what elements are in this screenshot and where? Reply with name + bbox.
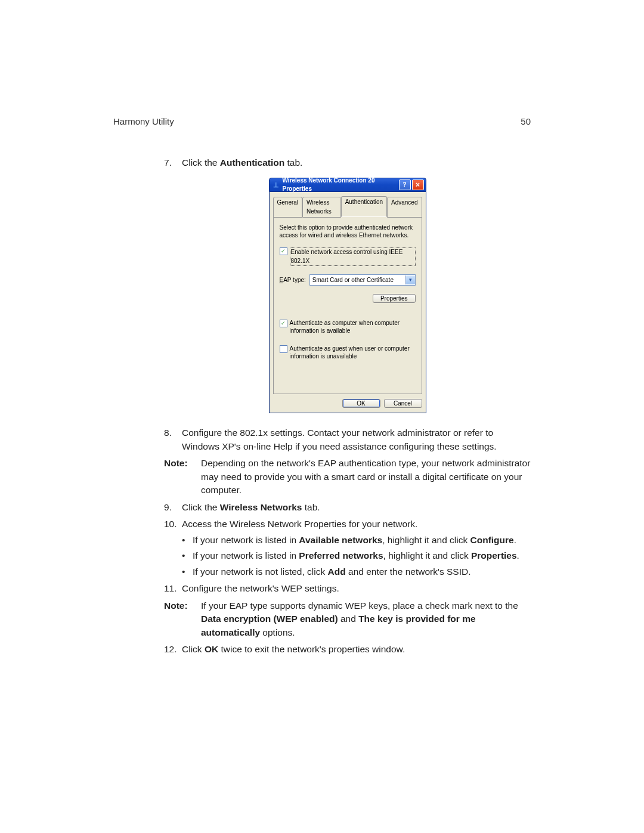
step-number: 12.: [164, 643, 182, 656]
page-header: Harmony Utility 50: [113, 116, 531, 126]
bullet-dot: •: [182, 565, 193, 578]
tab-pane-authentication: Select this option to provide authentica…: [273, 216, 422, 394]
page-number: 50: [521, 116, 531, 126]
bold-text: Wireless Networks: [220, 502, 302, 512]
text: Click: [182, 644, 205, 654]
step-number: 9.: [164, 501, 182, 514]
text: If your EAP type supports dynamic WEP ke…: [201, 600, 518, 611]
step-body: Access the Wireless Network Properties f…: [182, 518, 531, 531]
tab-advanced[interactable]: Advanced: [387, 197, 422, 218]
bullet-dot: •: [182, 549, 193, 562]
properties-dialog: ⊥ Wireless Network Connection 20 Propert…: [269, 178, 426, 413]
text: twice to exit the network's properties w…: [218, 644, 405, 654]
dialog-titlebar[interactable]: ⊥ Wireless Network Connection 20 Propert…: [269, 178, 426, 192]
ok-button[interactable]: OK: [342, 399, 380, 408]
step-body: Click the Authentication tab.: [182, 156, 531, 169]
text: , highlight it and click: [383, 550, 471, 561]
header-title: Harmony Utility: [113, 116, 174, 126]
note-body: If your EAP type supports dynamic WEP ke…: [201, 599, 531, 639]
text: .: [517, 550, 519, 561]
tab-authentication[interactable]: Authentication: [341, 196, 387, 217]
bullet: • If your network is not listed, click A…: [182, 565, 531, 578]
checkbox-icon: [280, 345, 287, 353]
checkbox-icon: ✓: [280, 247, 287, 255]
step-7: 7. Click the Authentication tab.: [164, 156, 531, 169]
note-body: Depending on the network's EAP authentic…: [201, 457, 531, 497]
tab-wireless-networks[interactable]: Wireless Networks: [302, 197, 341, 218]
content: 7. Click the Authentication tab. ⊥ Wirel…: [164, 156, 531, 657]
step-10: 10. Access the Wireless Network Properti…: [164, 518, 531, 531]
text: and: [338, 614, 358, 624]
checkbox-auth-as-guest[interactable]: Authenticate as guest when user or compu…: [280, 345, 416, 360]
tab-strip: General Wireless Networks Authentication…: [273, 196, 422, 216]
step-number: 10.: [164, 518, 182, 531]
step-10-bullets: • If your network is listed in Available…: [164, 534, 531, 578]
checkbox-label: Enable network access control using IEEE…: [290, 247, 416, 266]
eap-type-row: EAP type: Smart Card or other Certificat…: [280, 274, 416, 286]
bold-text: Preferred networks: [299, 550, 383, 561]
bold-text: Available networks: [299, 535, 382, 545]
bullet: • If your network is listed in Available…: [182, 534, 531, 547]
checkbox-label: Authenticate as computer when computer i…: [290, 320, 416, 335]
note-label: Note:: [164, 599, 201, 639]
bullet-text: If your network is not listed, click Add…: [193, 565, 470, 578]
text: If your network is not listed, click: [193, 566, 328, 577]
note-label: Note:: [164, 457, 201, 497]
properties-button[interactable]: Properties: [373, 294, 416, 303]
bold-text: Configure: [470, 535, 514, 545]
bullet-text: If your network is listed in Available n…: [193, 534, 516, 547]
text: Click the: [182, 502, 220, 512]
network-icon: ⊥: [273, 181, 280, 188]
bullet-text: If your network is listed in Preferred n…: [193, 549, 519, 562]
step-12: 12. Click OK twice to exit the network's…: [164, 643, 531, 656]
checkbox-auth-as-computer[interactable]: ✓ Authenticate as computer when computer…: [280, 320, 416, 335]
text: If your network is listed in: [193, 550, 299, 561]
bold-text: Add: [328, 566, 346, 577]
text: options.: [260, 627, 295, 637]
cancel-button[interactable]: Cancel: [384, 399, 422, 408]
checkbox-label: Authenticate as guest when user or compu…: [290, 345, 416, 360]
dialog-body: General Wireless Networks Authentication…: [269, 192, 426, 413]
bold-text: Data encryption (WEP enabled): [201, 614, 338, 624]
text: If your network is listed in: [193, 535, 299, 545]
bold-text: Properties: [471, 550, 517, 561]
step-number: 11.: [164, 582, 182, 595]
text: , highlight it and click: [382, 535, 470, 545]
dialog-button-row: OK Cancel: [273, 399, 422, 408]
document-page: Harmony Utility 50 7. Click the Authenti…: [0, 0, 644, 833]
text: Enable network access control using IEEE…: [291, 249, 403, 264]
bold-text: OK: [205, 644, 218, 654]
text: .: [514, 535, 516, 545]
checkbox-icon: ✓: [280, 320, 287, 327]
step-8: 8. Configure the 802.1x settings. Contac…: [164, 426, 531, 453]
chevron-down-icon: ▾: [405, 275, 415, 284]
step-9: 9. Click the Wireless Networks tab.: [164, 501, 531, 514]
bold-text: Authentication: [220, 157, 285, 168]
note-2: Note: If your EAP type supports dynamic …: [164, 599, 531, 639]
eap-type-select[interactable]: Smart Card or other Certificate ▾: [309, 274, 416, 286]
text: tab.: [284, 157, 302, 168]
auth-description: Select this option to provide authentica…: [280, 224, 416, 239]
step-body: Click the Wireless Networks tab.: [182, 501, 531, 514]
text: and enter the network's SSID.: [346, 566, 471, 577]
eap-type-value: Smart Card or other Certificate: [312, 276, 394, 285]
step-number: 7.: [164, 156, 182, 169]
note-1: Note: Depending on the network's EAP aut…: [164, 457, 531, 497]
text: tab.: [302, 502, 320, 512]
step-body: Configure the 802.1x settings. Contact y…: [182, 426, 531, 453]
step-number: 8.: [164, 426, 182, 453]
help-button[interactable]: ?: [399, 179, 411, 190]
step-11: 11. Configure the network's WEP settings…: [164, 582, 531, 595]
tab-general[interactable]: General: [273, 197, 303, 218]
close-button[interactable]: ×: [412, 179, 424, 190]
bullet: • If your network is listed in Preferred…: [182, 549, 531, 562]
bullet-dot: •: [182, 534, 193, 547]
text: Click the: [182, 157, 220, 168]
eap-type-label: EAP type:: [280, 276, 306, 285]
step-body: Click OK twice to exit the network's pro…: [182, 643, 531, 656]
step-body: Configure the network's WEP settings.: [182, 582, 531, 595]
checkbox-enable-8021x[interactable]: ✓ Enable network access control using IE…: [280, 247, 416, 266]
dialog-title: Wireless Network Connection 20 Propertie…: [283, 176, 398, 194]
